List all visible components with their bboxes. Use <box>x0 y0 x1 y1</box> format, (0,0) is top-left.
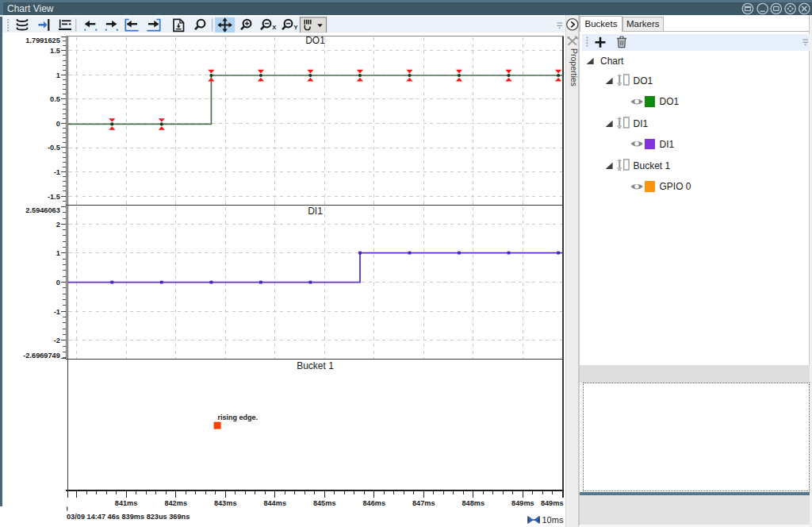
svg-text:Bucket 1: Bucket 1 <box>297 360 334 371</box>
svg-text:DO1: DO1 <box>305 35 325 46</box>
svg-text:2.5946063: 2.5946063 <box>25 206 59 214</box>
svg-text:-1.5: -1.5 <box>48 193 60 201</box>
svg-text:847ms: 847ms <box>412 499 435 507</box>
svg-text:10ms: 10ms <box>542 515 564 525</box>
svg-text:843ms: 843ms <box>214 499 237 507</box>
svg-text:Y: Y <box>293 24 297 31</box>
svg-text:849ms: 849ms <box>511 499 534 507</box>
svg-text:-1: -1 <box>54 168 60 176</box>
svg-text:0.5: 0.5 <box>50 95 60 103</box>
svg-text:1.5: 1.5 <box>50 47 60 55</box>
svg-text:844ms: 844ms <box>263 499 286 507</box>
svg-text:0: 0 <box>56 120 60 128</box>
svg-text:848ms: 848ms <box>462 499 485 507</box>
svg-text:845ms: 845ms <box>313 499 336 507</box>
svg-text:841ms: 841ms <box>115 499 138 507</box>
svg-text:-0.5: -0.5 <box>48 144 60 152</box>
svg-text:DI1: DI1 <box>308 206 323 217</box>
svg-text:2: 2 <box>56 221 60 229</box>
svg-text:842ms: 842ms <box>164 499 187 507</box>
svg-text:849ms: 849ms <box>541 499 564 507</box>
svg-text:X: X <box>272 24 276 31</box>
svg-text:0: 0 <box>56 279 60 287</box>
svg-text:-2: -2 <box>54 337 60 344</box>
svg-text:846ms: 846ms <box>362 499 385 507</box>
svg-text:1.7991625: 1.7991625 <box>25 37 59 44</box>
svg-text:-2.6969749: -2.6969749 <box>23 352 60 360</box>
svg-text:1: 1 <box>56 249 60 257</box>
svg-text:-1: -1 <box>54 308 60 316</box>
svg-text:03/09 14:47 46s 839ms 823us 36: 03/09 14:47 46s 839ms 823us 369ns <box>67 513 190 521</box>
svg-text:rising edge.: rising edge. <box>218 414 259 421</box>
svg-text:1: 1 <box>56 71 60 79</box>
